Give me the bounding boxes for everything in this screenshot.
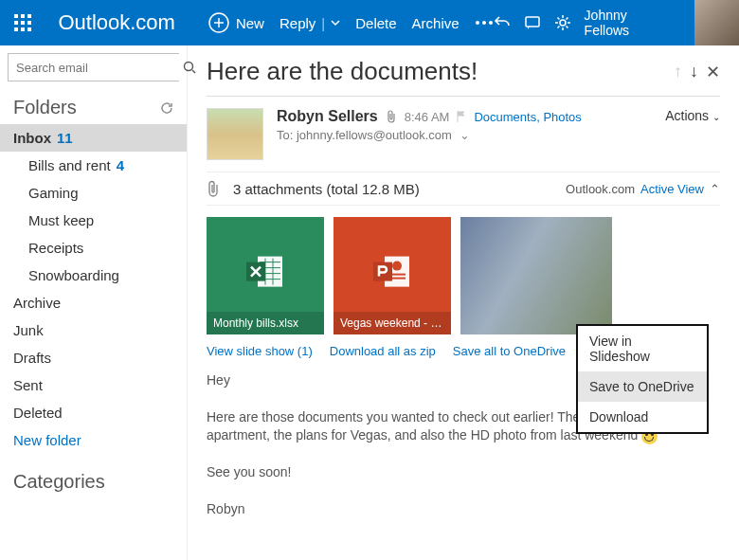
attachment-filename: Vegas weekend - pl...	[333, 312, 451, 334]
folder-receipts[interactable]: Receipts	[0, 234, 187, 262]
app-launcher-icon[interactable]	[0, 0, 45, 45]
svg-rect-13	[526, 17, 539, 27]
app-header: Outlook.com New Reply | Delete Archive J…	[0, 0, 739, 45]
svg-rect-4	[21, 21, 25, 25]
attachment-filename: Monthly bills.xlsx	[207, 312, 324, 334]
excel-icon	[244, 251, 286, 293]
attachment-thumb-photo[interactable]	[460, 217, 612, 334]
expand-recipients-icon[interactable]: ⌄	[460, 128, 470, 142]
actions-dropdown[interactable]: Actions ⌄	[665, 108, 720, 160]
powerpoint-icon	[371, 251, 413, 293]
header-actions: New Reply | Delete Archive	[207, 11, 494, 34]
archive-button[interactable]: Archive	[412, 15, 460, 31]
attachment-icon	[386, 110, 397, 123]
folder-deleted[interactable]: Deleted	[0, 399, 187, 426]
attach-brand: Outlook.com	[566, 182, 635, 196]
close-icon[interactable]: ✕	[706, 62, 720, 82]
folder-gaming[interactable]: Gaming	[0, 179, 187, 207]
ctx-save-onedrive[interactable]: Save to OneDrive	[578, 371, 707, 402]
folder-sent[interactable]: Sent	[0, 371, 187, 399]
body-paragraph: See you soon!	[207, 463, 720, 481]
sender-name[interactable]: Robyn Sellers	[277, 108, 378, 125]
categories-header[interactable]: Categories	[0, 454, 187, 498]
folder-snowboarding[interactable]: Snowboarding	[0, 262, 187, 289]
body-signature: Robyn	[207, 500, 720, 518]
attachment-thumb-excel[interactable]: Monthly bills.xlsx	[207, 217, 324, 334]
svg-point-12	[489, 21, 493, 25]
chevron-down-icon: ⌄	[712, 112, 720, 122]
download-zip-link[interactable]: Download all as zip	[330, 344, 436, 358]
undo-icon[interactable]	[494, 14, 511, 31]
svg-rect-8	[27, 27, 31, 31]
folder-inbox[interactable]: Inbox11	[0, 124, 187, 152]
next-message-icon[interactable]: ↓	[690, 62, 698, 82]
svg-rect-2	[27, 14, 31, 18]
svg-point-11	[482, 21, 486, 25]
new-folder-link[interactable]: New folder	[0, 426, 187, 454]
folders-header: Folders	[0, 89, 187, 124]
divider: |	[321, 15, 325, 31]
svg-rect-1	[21, 14, 25, 18]
folder-drafts[interactable]: Drafts	[0, 344, 187, 371]
svg-rect-5	[27, 21, 31, 25]
ctx-download[interactable]: Download	[578, 402, 707, 432]
folder-junk[interactable]: Junk	[0, 316, 187, 344]
folder-archive[interactable]: Archive	[0, 289, 187, 316]
username-label[interactable]: Johnny Fellows	[585, 8, 681, 38]
flag-icon[interactable]	[457, 111, 466, 122]
svg-rect-6	[14, 27, 18, 31]
attachment-summary: 3 attachments (total 12.8 MB)	[233, 181, 420, 197]
message-time: 8:46 AM	[405, 110, 450, 124]
attachment-context-menu: View in Slideshow Save to OneDrive Downl…	[576, 324, 709, 434]
active-view-link[interactable]: Active View	[640, 182, 704, 196]
refresh-icon[interactable]	[160, 101, 173, 115]
delete-button[interactable]: Delete	[355, 15, 396, 31]
folder-must-keep[interactable]: Must keep	[0, 207, 187, 234]
avatar[interactable]	[694, 0, 739, 45]
svg-rect-0	[14, 14, 18, 18]
message-subject: Here are the documents!	[207, 57, 478, 86]
folder-bills-and-rent[interactable]: Bills and rent4	[0, 152, 187, 179]
attachment-thumb-powerpoint[interactable]: Vegas weekend - pl...	[333, 217, 451, 334]
prev-message-icon[interactable]: ↑	[674, 62, 682, 82]
save-onedrive-link[interactable]: Save all to OneDrive	[453, 344, 566, 358]
to-line: To: johnny.fellows@outlook.com	[277, 128, 452, 142]
brand-logo[interactable]: Outlook.com	[45, 10, 189, 35]
chevron-down-icon	[331, 18, 340, 27]
header-right: Johnny Fellows	[494, 0, 739, 45]
svg-rect-3	[14, 21, 18, 25]
search-input[interactable]	[9, 54, 183, 81]
message-categories[interactable]: Documents, Photos	[474, 110, 581, 124]
search-box	[8, 53, 179, 81]
gear-icon[interactable]	[554, 14, 571, 31]
sender-photo[interactable]	[207, 108, 263, 160]
new-button[interactable]: New	[207, 11, 264, 34]
collapse-icon[interactable]: ⌃	[710, 182, 720, 196]
ellipsis-icon	[475, 20, 494, 26]
reading-pane: Here are the documents! ↑ ↓ ✕ Robyn Sell…	[188, 45, 739, 560]
svg-point-10	[476, 21, 479, 25]
plus-circle-icon	[207, 11, 230, 34]
sidebar: Folders Inbox11 Bills and rent4 Gaming M…	[0, 45, 188, 560]
svg-point-19	[392, 262, 402, 271]
view-slideshow-link[interactable]: View slide show (1)	[207, 344, 313, 358]
reply-button[interactable]: Reply |	[279, 15, 340, 31]
svg-rect-7	[21, 27, 25, 31]
more-button[interactable]	[475, 20, 494, 26]
ctx-view-slideshow[interactable]: View in Slideshow	[578, 326, 707, 371]
attachment-icon	[207, 180, 220, 197]
svg-point-14	[560, 20, 566, 26]
chat-icon[interactable]	[524, 14, 541, 31]
